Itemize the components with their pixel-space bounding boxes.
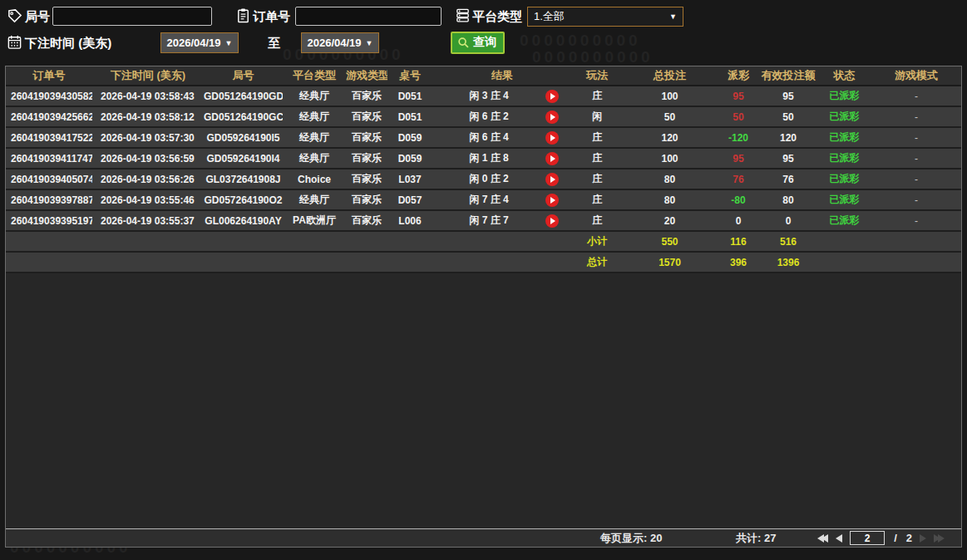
table-header-row: 订单号 下注时间 (美东) 局号 平台类型 游戏类型 桌号 结果 玩法 总投注 …	[6, 66, 961, 86]
chevron-down-icon: ▼	[225, 39, 233, 47]
cell-status: 已派彩	[817, 86, 871, 106]
play-icon[interactable]	[545, 111, 559, 124]
summary-cell: 1570	[622, 252, 718, 273]
result-text: 闲 1 庄 8	[432, 151, 545, 165]
summary-cell: 116	[718, 231, 759, 252]
cell-total_bet: 80	[622, 169, 718, 189]
platform-type-select[interactable]: 1.全部 ▼	[527, 7, 683, 27]
play-icon[interactable]	[545, 214, 559, 228]
cell-table_no: D059	[387, 127, 432, 148]
cell-round_id: GD059264190I5	[204, 127, 283, 148]
total-count-label: 共计: 27	[736, 531, 776, 546]
cell-round_id: GD051264190GD	[204, 86, 283, 106]
cell-result: 闲 7 庄 4	[432, 189, 572, 210]
first-page-button[interactable]	[817, 534, 828, 543]
table-row[interactable]: 2604190393978872026-04-19 03:55:46GD0572…	[6, 189, 961, 210]
cell-status: 已派彩	[817, 210, 871, 231]
summary-cell	[871, 252, 961, 273]
play-icon[interactable]	[545, 173, 559, 186]
page-number-input[interactable]	[850, 531, 885, 545]
cell-round_id: GD059264190I4	[204, 148, 283, 169]
cell-play: 闲	[572, 106, 622, 127]
date-from-select[interactable]: 2026/04/19 ▼	[160, 32, 239, 53]
result-text: 闲 7 庄 7	[432, 214, 545, 228]
order-number-input[interactable]	[295, 7, 442, 26]
search-icon	[457, 37, 470, 49]
table-row[interactable]: 2604190394305822026-04-19 03:58:43GD0512…	[6, 86, 961, 106]
cell-result: 闲 7 庄 7	[432, 210, 572, 231]
cell-game_mode: -	[871, 189, 961, 210]
cell-order_id: 260419039405074	[6, 169, 92, 189]
col-valid-bet: 有效投注额	[759, 66, 817, 86]
cell-bet_time: 2026-04-19 03:55:37	[92, 210, 204, 231]
summary-cell	[817, 231, 871, 252]
page-separator: /	[894, 532, 897, 544]
last-page-button[interactable]	[934, 534, 945, 543]
summary-cell	[387, 252, 432, 273]
tag-icon	[7, 8, 22, 24]
pager-bar: 每页显示: 20 共计: 27 / 2	[6, 528, 961, 547]
cell-total_bet: 50	[622, 106, 718, 127]
summary-cell: 396	[718, 252, 759, 273]
table-row[interactable]: 2604190394175222026-04-19 03:57:30GD0592…	[6, 127, 961, 148]
cell-table_no: D051	[387, 86, 432, 106]
cell-valid_bet: 120	[759, 127, 817, 148]
cell-result: 闲 0 庄 2	[432, 169, 572, 189]
summary-cell	[92, 252, 204, 273]
play-icon[interactable]	[545, 90, 559, 103]
table-row[interactable]: 2604190393951972026-04-19 03:55:37GL0062…	[6, 210, 961, 231]
play-icon[interactable]	[545, 194, 559, 207]
cell-platform: 经典厅	[283, 86, 346, 106]
cell-payout: -80	[718, 189, 759, 210]
cell-payout: 95	[718, 148, 759, 169]
cell-table_no: L006	[387, 210, 432, 231]
round-number-input[interactable]	[52, 7, 212, 26]
play-icon[interactable]	[545, 131, 559, 145]
cell-game_mode: -	[871, 106, 961, 127]
summary-cell	[6, 252, 92, 273]
search-button[interactable]: 查询	[451, 32, 505, 54]
summary-cell	[283, 231, 346, 252]
col-platform: 平台类型	[283, 66, 346, 86]
summary-cell: 1396	[759, 252, 817, 273]
date-from-value: 2026/04/19	[167, 37, 221, 49]
page-total: 2	[906, 532, 912, 544]
bet-records-table: 订单号 下注时间 (美东) 局号 平台类型 游戏类型 桌号 结果 玩法 总投注 …	[6, 66, 961, 273]
cell-game_type: 百家乐	[346, 127, 387, 148]
cell-result: 闲 1 庄 8	[432, 148, 572, 169]
cell-valid_bet: 0	[759, 210, 817, 231]
table-row[interactable]: 2604190394050742026-04-19 03:56:26GL0372…	[6, 169, 961, 189]
col-status: 状态	[817, 66, 871, 86]
cell-game_type: 百家乐	[346, 189, 387, 210]
result-text: 闲 3 庄 4	[432, 89, 545, 103]
table-empty-area	[6, 273, 961, 528]
col-play: 玩法	[572, 66, 622, 86]
cell-valid_bet: 95	[759, 148, 817, 169]
cell-platform: Choice	[283, 169, 346, 189]
prev-page-button[interactable]	[836, 534, 842, 543]
cell-bet_time: 2026-04-19 03:55:46	[92, 189, 204, 210]
cell-round_id: GD051264190GC	[204, 106, 283, 127]
cell-bet_time: 2026-04-19 03:58:43	[92, 86, 204, 106]
table-row[interactable]: 2604190394117472026-04-19 03:56:59GD0592…	[6, 148, 961, 169]
cell-valid_bet: 80	[759, 189, 817, 210]
cell-game_type: 百家乐	[346, 148, 387, 169]
chevron-down-icon: ▼	[669, 12, 677, 21]
summary-cell	[871, 231, 961, 252]
cell-status: 已派彩	[817, 148, 871, 169]
cell-game_mode: -	[871, 127, 961, 148]
platform-type-icon	[455, 7, 471, 23]
cell-order_id: 260419039397887	[6, 189, 92, 210]
calendar-icon	[7, 34, 22, 50]
date-to-select[interactable]: 2026/04/19 ▼	[301, 32, 379, 53]
cell-status: 已派彩	[817, 106, 871, 127]
cell-bet_time: 2026-04-19 03:57:30	[92, 127, 204, 148]
summary-cell	[387, 231, 432, 252]
date-to-value: 2026/04/19	[308, 37, 362, 49]
per-page-label: 每页显示: 20	[600, 531, 662, 546]
summary-cell	[6, 231, 92, 252]
next-page-button[interactable]	[920, 534, 926, 543]
table-row[interactable]: 2604190394256622026-04-19 03:58:12GD0512…	[6, 106, 961, 127]
play-icon[interactable]	[545, 152, 559, 165]
summary-cell	[204, 231, 283, 252]
